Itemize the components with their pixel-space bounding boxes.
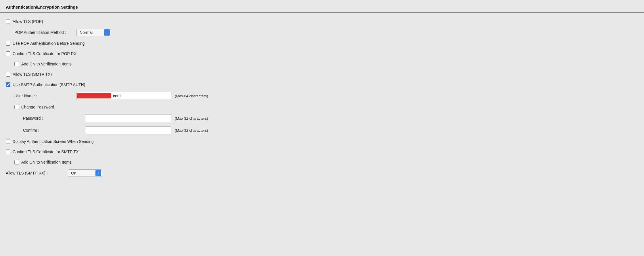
password-control: (Max 32 characters): [85, 114, 208, 122]
allow-tls-smtp-tx-text: Allow TLS (SMTP TX): [13, 72, 52, 77]
username-max-chars: (Max 64 characters): [175, 94, 208, 98]
password-max-chars: (Max 32 characters): [175, 116, 208, 121]
use-smtp-auth-text: Use SMTP Authentication (SMTP AUTH): [13, 82, 85, 87]
add-cn-smtp-label[interactable]: Add CN to Verification Items: [14, 160, 72, 164]
settings-body: Allow TLS (POP) POP Authentication Metho…: [0, 13, 644, 182]
confirm-tls-smtp-tx-label[interactable]: Confirm TLS Certificate for SMTP TX: [6, 150, 79, 154]
add-cn-pop-text: Add CN to Verification Items: [21, 62, 72, 66]
add-cn-pop-label[interactable]: Add CN to Verification Items: [14, 62, 72, 66]
use-pop-auth-checkbox[interactable]: [6, 41, 10, 46]
use-pop-auth-row: Use POP Authentication Before Sending: [6, 38, 638, 49]
use-smtp-auth-label[interactable]: Use SMTP Authentication (SMTP AUTH): [6, 82, 85, 87]
username-label: User Name :: [14, 94, 72, 98]
allow-tls-pop-text: Allow TLS (POP): [13, 19, 43, 24]
allow-tls-smtp-rx-select[interactable]: On Off: [68, 169, 102, 177]
confirm-tls-smtp-tx-text: Confirm TLS Certificate for SMTP TX: [13, 150, 79, 154]
username-control: (Max 64 characters): [76, 92, 208, 100]
add-cn-pop-row: Add CN to Verification Items: [6, 59, 638, 69]
allow-tls-pop-row: Allow TLS (POP): [6, 16, 638, 27]
confirm-tls-pop-rx-label[interactable]: Confirm TLS Certificate for POP RX: [6, 51, 76, 56]
section-header: Authentication/Encryption Settings: [0, 0, 644, 13]
pop-auth-method-select-wrapper: Normal APOP OAuth2 ↕: [76, 29, 111, 36]
use-smtp-auth-checkbox[interactable]: [6, 82, 10, 87]
display-auth-screen-label[interactable]: Display Authentication Screen When Sendi…: [6, 139, 94, 144]
username-redacted: [77, 93, 111, 98]
confirm-max-chars: (Max 32 characters): [175, 128, 208, 133]
allow-tls-smtp-tx-checkbox[interactable]: [6, 72, 10, 77]
confirm-row: Confirm : (Max 32 characters): [6, 124, 638, 136]
change-password-text: Change Password: [21, 105, 54, 109]
change-password-row: Change Password: [6, 102, 638, 112]
username-input[interactable]: [111, 94, 171, 98]
display-auth-screen-text: Display Authentication Screen When Sendi…: [13, 139, 94, 144]
password-row: Password : (Max 32 characters): [6, 112, 638, 124]
display-auth-screen-row: Display Authentication Screen When Sendi…: [6, 136, 638, 147]
change-password-label[interactable]: Change Password: [14, 105, 54, 109]
change-password-checkbox[interactable]: [14, 105, 19, 109]
username-row: User Name : (Max 64 characters): [6, 90, 638, 102]
allow-tls-smtp-rx-label: Allow TLS (SMTP RX) :: [6, 171, 63, 175]
password-label: Password :: [23, 116, 80, 121]
section-title: Authentication/Encryption Settings: [6, 5, 78, 9]
use-pop-auth-label[interactable]: Use POP Authentication Before Sending: [6, 41, 85, 46]
confirm-label: Confirm :: [23, 128, 80, 133]
allow-tls-pop-checkbox[interactable]: [6, 19, 10, 24]
add-cn-smtp-checkbox[interactable]: [14, 160, 19, 164]
display-auth-screen-checkbox[interactable]: [6, 139, 10, 144]
add-cn-smtp-row: Add CN to Verification Items: [6, 157, 638, 167]
allow-tls-smtp-tx-label[interactable]: Allow TLS (SMTP TX): [6, 72, 52, 77]
allow-tls-smtp-rx-select-wrapper: On Off ↕: [68, 169, 102, 177]
password-input[interactable]: [85, 114, 171, 122]
pop-auth-method-control: Normal APOP OAuth2 ↕: [76, 29, 111, 36]
pop-auth-method-label: POP Authentication Method :: [14, 30, 72, 35]
use-pop-auth-text: Use POP Authentication Before Sending: [13, 41, 85, 46]
pop-auth-method-select[interactable]: Normal APOP OAuth2: [76, 29, 111, 36]
confirm-tls-smtp-tx-row: Confirm TLS Certificate for SMTP TX: [6, 147, 638, 157]
allow-tls-pop-label[interactable]: Allow TLS (POP): [6, 19, 43, 24]
use-smtp-auth-row: Use SMTP Authentication (SMTP AUTH): [6, 79, 638, 90]
confirm-tls-smtp-tx-checkbox[interactable]: [6, 150, 10, 154]
add-cn-pop-checkbox[interactable]: [14, 62, 19, 66]
settings-container: Authentication/Encryption Settings Allow…: [0, 0, 644, 182]
add-cn-smtp-text: Add CN to Verification Items: [21, 160, 72, 164]
allow-tls-smtp-tx-row: Allow TLS (SMTP TX): [6, 69, 638, 79]
pop-auth-method-row: POP Authentication Method : Normal APOP …: [6, 27, 638, 38]
confirm-input[interactable]: [85, 126, 171, 134]
allow-tls-smtp-rx-row: Allow TLS (SMTP RX) : On Off ↕: [6, 167, 638, 179]
allow-tls-smtp-rx-control: On Off ↕: [68, 169, 102, 177]
confirm-tls-pop-rx-text: Confirm TLS Certificate for POP RX: [13, 51, 76, 56]
confirm-control: (Max 32 characters): [85, 126, 208, 134]
confirm-tls-pop-rx-checkbox[interactable]: [6, 51, 10, 56]
confirm-tls-pop-rx-row: Confirm TLS Certificate for POP RX: [6, 49, 638, 59]
